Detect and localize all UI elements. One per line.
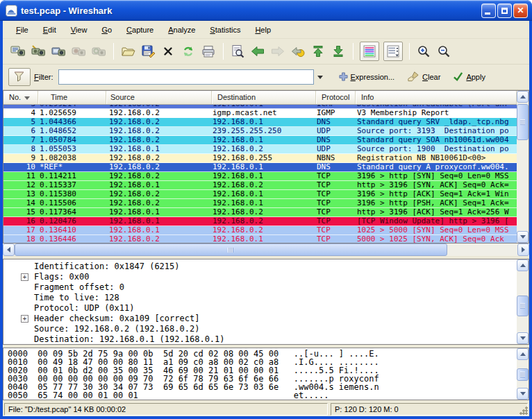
scroll-down-button[interactable]	[517, 388, 529, 400]
scroll-up-button[interactable]	[517, 259, 529, 271]
packet-row[interactable]: 10*REF*192.168.0.2192.168.0.1DNSStandard…	[3, 163, 517, 172]
filter-button[interactable]	[8, 68, 31, 86]
packet-row[interactable]: 180.136446192.168.0.2192.168.0.1TCP5000 …	[3, 235, 517, 243]
column-header-no[interactable]: No.	[3, 91, 38, 104]
detail-line[interactable]: Protocol: UDP (0x11)	[3, 303, 517, 314]
packet-row[interactable]: 160.120476192.168.0.1192.168.0.2TCP[TCP …	[3, 217, 517, 226]
detail-line[interactable]: Identification: 0x1847 (6215)	[3, 262, 517, 272]
titlebar[interactable]: test.pcap - Wireshark ✕	[0, 0, 532, 21]
cell-proto: ICMP	[317, 105, 356, 108]
cell-no: 14	[3, 199, 35, 207]
column-header-time[interactable]: Time	[38, 91, 106, 104]
scroll-up-button[interactable]	[517, 348, 529, 360]
print-button[interactable]	[199, 42, 218, 61]
detail-line[interactable]: Source: 192.168.0.2 (192.168.0.2)	[3, 324, 517, 334]
hex-dump: 0000 00 09 5b 2d 75 9a 00 0b 5d 20 cd 02…	[3, 348, 517, 400]
packet-row[interactable]: 51.044366192.168.0.2192.168.0.1DNSStanda…	[3, 118, 517, 127]
expander-plus-icon[interactable]: +	[21, 315, 28, 323]
menu-edit[interactable]: Edit	[37, 22, 63, 37]
file-close-button[interactable]	[158, 42, 178, 61]
go-to-packet-icon	[290, 44, 306, 59]
column-header-info[interactable]: Info	[356, 91, 517, 104]
scroll-thumb[interactable]	[517, 104, 529, 140]
cell-no: 18	[3, 235, 35, 243]
cell-dst: 239.255.255.250	[213, 127, 315, 135]
filter-input[interactable]	[58, 69, 314, 85]
arrow-down-icon	[520, 336, 526, 340]
menu-capture[interactable]: Capture	[120, 22, 160, 37]
scroll-thumb[interactable]	[517, 296, 529, 316]
menu-view[interactable]: View	[65, 22, 94, 37]
column-header-source[interactable]: Source	[106, 91, 212, 104]
detail-line[interactable]: Destination: 192.168.0.1 (192.168.0.1)	[3, 334, 517, 344]
menu-help[interactable]: Help	[249, 22, 277, 37]
packet-row[interactable]: 41.025659192.168.0.2igmp.mcast.netIGMPV3…	[3, 109, 517, 118]
packet-row[interactable]: 150.117364192.168.0.1192.168.0.2TCPhttp …	[3, 208, 517, 217]
maximize-button[interactable]	[497, 3, 512, 18]
auto-scroll-button[interactable]	[383, 42, 403, 61]
apply-button[interactable]: Apply	[453, 71, 485, 83]
packet-row[interactable]: 110.114211192.168.0.2192.168.0.1TCP3196 …	[3, 172, 517, 181]
expression-button[interactable]: Expression...	[339, 72, 395, 83]
menu-go[interactable]: Go	[95, 22, 118, 37]
capture-options-button[interactable]	[28, 42, 48, 61]
colorize-button[interactable]	[360, 42, 379, 61]
close-button[interactable]: ✕	[513, 3, 528, 18]
packet-row[interactable]: 91.082038192.168.0.2192.168.0.255NBNSReg…	[3, 154, 517, 163]
cell-time: 0.115380	[40, 190, 106, 198]
scroll-down-button[interactable]	[517, 332, 529, 344]
scroll-up-button[interactable]	[517, 91, 529, 103]
packet-row[interactable]: 120.115337192.168.0.1192.168.0.2TCPhttp …	[3, 181, 517, 190]
menu-file[interactable]: File	[10, 22, 35, 37]
scroll-track[interactable]	[517, 103, 529, 231]
detail-line[interactable]: Time to live: 128	[3, 293, 517, 303]
packet-row[interactable]: 71.050784192.168.0.2192.168.0.1DNSStanda…	[3, 136, 517, 145]
cell-dst: 192.168.0.2	[213, 226, 315, 234]
capture-start-button[interactable]	[49, 42, 68, 61]
menu-statistics[interactable]: Statistics	[203, 22, 247, 37]
go-back-button[interactable]	[248, 42, 267, 61]
go-to-packet-button[interactable]	[288, 42, 308, 61]
packet-row[interactable]: 61.048652192.168.0.2239.255.255.250UDPSo…	[3, 127, 517, 136]
menu-analyze[interactable]: Analyze	[162, 22, 201, 37]
column-header-protocol[interactable]: Protocol	[316, 91, 356, 104]
cell-proto: DNS	[317, 163, 356, 171]
scroll-down-button[interactable]	[517, 231, 529, 243]
scroll-track[interactable]	[517, 271, 529, 332]
column-header-destination[interactable]: Destination	[212, 91, 316, 104]
find-packet-button[interactable]	[228, 42, 247, 61]
packet-row[interactable]: 170.136410192.168.0.1192.168.0.2TCP1025 …	[3, 226, 517, 235]
scroll-right-button[interactable]	[517, 243, 529, 256]
detail-line[interactable]: +Header checksum: 0xa109 [correct]	[3, 314, 517, 324]
expander-plus-icon[interactable]: +	[21, 273, 28, 281]
cell-src: 192.168.0.2	[109, 163, 211, 171]
resize-grip[interactable]	[519, 406, 528, 415]
packet-row[interactable]: 140.115506192.168.0.2192.168.0.1TCP3196 …	[3, 199, 517, 208]
cell-no: 11	[3, 172, 35, 180]
cell-time: 0.115506	[40, 199, 106, 207]
zoom-out-button[interactable]	[434, 42, 454, 61]
file-save-as-button[interactable]	[138, 42, 158, 61]
detail-line[interactable]: Fragment offset: 0	[3, 282, 517, 293]
reload-button[interactable]	[178, 42, 198, 61]
zoom-in-button[interactable]	[414, 42, 433, 61]
file-open-button[interactable]	[118, 42, 138, 61]
scroll-track[interactable]	[517, 360, 529, 388]
filter-dropdown-button[interactable]	[314, 69, 326, 85]
chevron-down-icon	[317, 76, 323, 79]
cell-time: 1.050784	[40, 136, 106, 144]
clear-button[interactable]: Clear	[407, 71, 440, 83]
packet-row[interactable]: 81.055053192.168.0.1192.168.0.2UDPSource…	[3, 145, 517, 154]
packet-row[interactable]: 130.115380192.168.0.2192.168.0.1TCP3196 …	[3, 190, 517, 199]
detail-line[interactable]: +Flags: 0x00	[3, 272, 517, 282]
minimize-button[interactable]	[481, 3, 496, 18]
scroll-left-button[interactable]	[3, 243, 15, 256]
cell-time: 0.299214	[40, 105, 106, 108]
scroll-thumb[interactable]	[15, 243, 447, 256]
scroll-track[interactable]	[15, 243, 517, 256]
window-content: FileEditViewGoCaptureAnalyzeStatisticsHe…	[3, 21, 529, 416]
scroll-thumb[interactable]	[517, 368, 529, 381]
go-last-button[interactable]	[329, 42, 348, 61]
capture-interfaces-button[interactable]	[8, 42, 28, 61]
go-first-button[interactable]	[308, 42, 328, 61]
